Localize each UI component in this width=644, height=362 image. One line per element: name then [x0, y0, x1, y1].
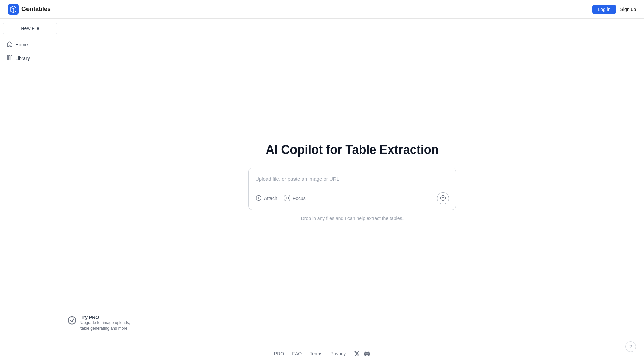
home-icon	[7, 41, 13, 48]
attach-button[interactable]: Attach	[255, 195, 277, 202]
header-actions: Log in Sign up	[592, 5, 636, 14]
login-button[interactable]: Log in	[592, 5, 616, 14]
promo-title: Try PRO	[80, 315, 134, 320]
promo-section[interactable]: Try PRO Upgrade for image uploads, table…	[67, 315, 134, 331]
footer-link-pro[interactable]: PRO	[274, 351, 284, 356]
help-icon: ?	[629, 344, 632, 349]
upload-actions: Attach Focus	[255, 188, 449, 204]
sidebar: New File Home Library	[0, 19, 60, 345]
footer-link-faq[interactable]: FAQ	[292, 351, 302, 356]
attach-label: Attach	[264, 196, 277, 201]
page-title: AI Copilot for Table Extraction	[266, 143, 438, 157]
header: Gentables Log in Sign up	[0, 0, 644, 19]
focus-icon	[284, 195, 291, 202]
twitter-icon[interactable]	[354, 351, 360, 357]
promo-description: Upgrade for image uploads, table generat…	[80, 320, 134, 331]
focus-label: Focus	[293, 196, 306, 201]
logo: Gentables	[8, 4, 51, 15]
svg-rect-2	[9, 55, 10, 60]
signup-button[interactable]: Sign up	[620, 7, 636, 12]
promo-text: Try PRO Upgrade for image uploads, table…	[80, 315, 134, 331]
footer-link-terms[interactable]: Terms	[310, 351, 322, 356]
svg-rect-7	[286, 197, 288, 199]
library-icon	[7, 55, 13, 62]
attach-icon	[255, 195, 262, 202]
new-file-button[interactable]: New File	[3, 23, 57, 34]
upload-placeholder: Upload file, or paste an image or URL	[255, 176, 339, 182]
focus-button[interactable]: Focus	[284, 195, 306, 202]
svg-rect-1	[7, 55, 8, 60]
main-content: AI Copilot for Table Extraction Upload f…	[60, 19, 644, 345]
footer-link-privacy[interactable]: Privacy	[330, 351, 346, 356]
svg-rect-3	[11, 55, 12, 60]
submit-button[interactable]	[437, 192, 449, 204]
sidebar-item-home[interactable]: Home	[3, 38, 57, 51]
upload-left-actions: Attach Focus	[255, 195, 306, 202]
pro-icon	[67, 315, 77, 325]
body-layout: New File Home Library AI Copilot for Tab…	[0, 19, 644, 345]
discord-icon[interactable]	[364, 351, 370, 357]
logo-text: Gentables	[21, 6, 51, 13]
help-button[interactable]: ?	[625, 341, 636, 352]
footer-icons	[354, 351, 370, 357]
submit-icon	[440, 195, 446, 202]
upload-box: Upload file, or paste an image or URL At…	[248, 168, 456, 210]
footer: PRO FAQ Terms Privacy	[0, 345, 644, 362]
sidebar-item-library-label: Library	[15, 56, 30, 61]
upload-input-area[interactable]: Upload file, or paste an image or URL	[255, 175, 449, 188]
drop-hint: Drop in any files and I can help extract…	[301, 216, 404, 221]
logo-icon	[8, 4, 19, 15]
sidebar-item-library[interactable]: Library	[3, 52, 57, 64]
sidebar-item-home-label: Home	[15, 42, 28, 47]
